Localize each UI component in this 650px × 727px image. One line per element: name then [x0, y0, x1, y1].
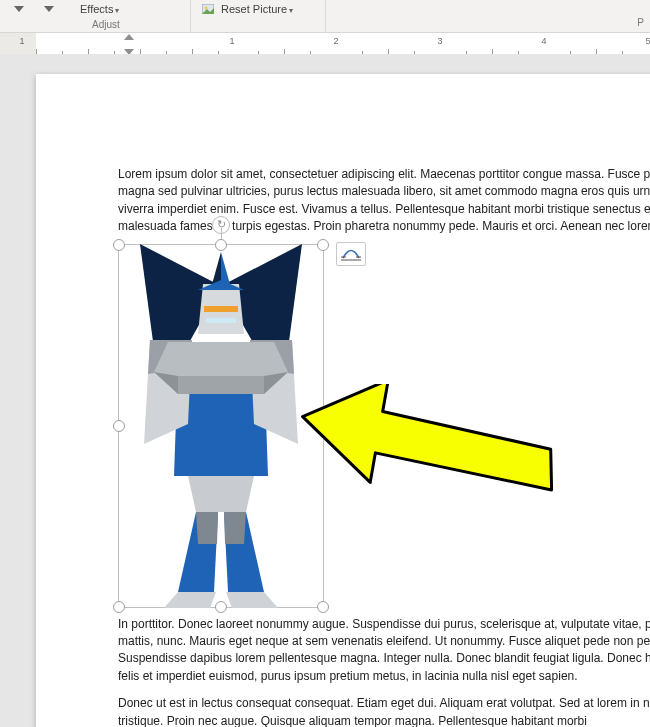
svg-rect-2 [204, 306, 238, 312]
reset-picture-label: Reset Picture [221, 3, 287, 15]
effects-label: Effects [80, 3, 113, 15]
rotation-handle[interactable]: ↻ [212, 216, 230, 234]
resize-handle-br[interactable] [317, 601, 329, 613]
ruler-number: 4 [541, 36, 546, 46]
ruler-number: 3 [437, 36, 442, 46]
resize-handle-tr[interactable] [317, 239, 329, 251]
ribbon-group-partial: P [637, 17, 644, 28]
document-page[interactable]: Lorem ipsum dolor sit amet, consectetuer… [36, 74, 650, 727]
paragraph-3[interactable]: Donec ut est in lectus consequat consequ… [118, 695, 650, 727]
resize-handle-bl[interactable] [113, 601, 125, 613]
chevron-down-icon: ▾ [289, 6, 293, 15]
chevron-down-icon: ▾ [115, 6, 119, 15]
ruler-number: 1 [229, 36, 234, 46]
layout-options-icon [341, 247, 361, 261]
ruler-number: 2 [333, 36, 338, 46]
resize-handle-t[interactable] [215, 239, 227, 251]
ribbon-separator [190, 0, 191, 32]
ribbon-dropdown-1[interactable] [14, 2, 24, 16]
resize-handle-tl[interactable] [113, 239, 125, 251]
layout-options-button[interactable] [336, 242, 366, 266]
reset-picture-button[interactable]: Reset Picture▾ [202, 3, 293, 15]
resize-handle-r[interactable] [317, 420, 329, 432]
ribbon: Effects▾ Reset Picture▾ Adjust P [0, 0, 650, 33]
first-line-indent-marker[interactable] [124, 34, 134, 40]
svg-rect-3 [206, 318, 236, 323]
paragraph-2[interactable]: In porttitor. Donec laoreet nonummy augu… [118, 616, 650, 686]
ruler-number: 1 [19, 36, 24, 46]
effects-menu[interactable]: Effects▾ [80, 3, 119, 15]
selected-picture[interactable]: ↻ [118, 244, 324, 608]
paragraph-1[interactable]: Lorem ipsum dolor sit amet, consectetuer… [118, 166, 650, 236]
robot-image [118, 244, 324, 608]
ribbon-group-adjust: Adjust [92, 19, 120, 30]
document-workspace: Lorem ipsum dolor sit amet, consectetuer… [0, 54, 650, 727]
ribbon-dropdown-2[interactable] [44, 2, 54, 16]
reset-picture-icon [202, 4, 214, 14]
ribbon-separator [325, 0, 326, 32]
horizontal-ruler[interactable]: 1 1 2 3 4 5 [0, 33, 650, 56]
resize-handle-b[interactable] [215, 601, 227, 613]
ruler-number: 5 [645, 36, 650, 46]
svg-point-1 [205, 7, 208, 10]
resize-handle-l[interactable] [113, 420, 125, 432]
